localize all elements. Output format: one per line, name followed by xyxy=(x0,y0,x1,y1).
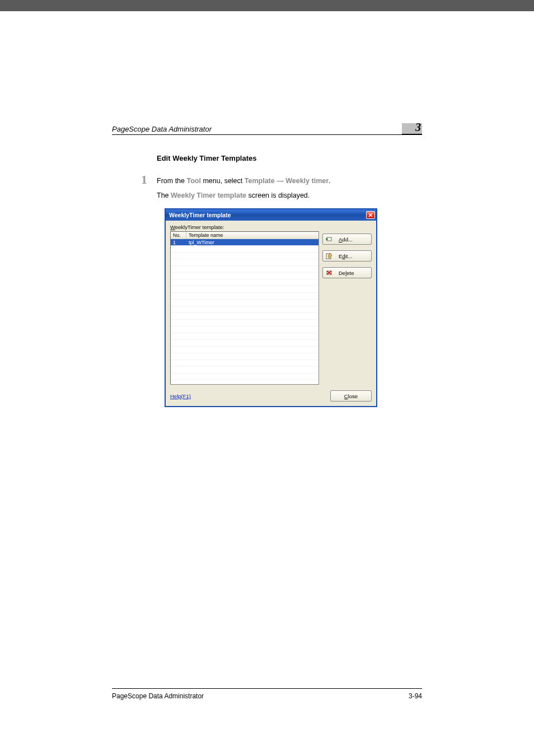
step-number: 1 xyxy=(141,174,157,186)
template-list[interactable]: No. Template name 1 tpl_WTimer xyxy=(170,231,319,385)
chapter-badge: 3 xyxy=(402,123,422,134)
step-1: 1 From the Tool menu, select Template — … xyxy=(141,174,422,186)
list-item xyxy=(171,340,318,347)
document-page: PageScope Data Administrator 3 Edit Week… xyxy=(0,11,534,756)
delete-label: Delete xyxy=(339,270,354,276)
edit-label: Edit... xyxy=(339,253,352,259)
list-item xyxy=(171,259,318,266)
header-title: PageScope Data Administrator xyxy=(112,125,402,133)
list-item xyxy=(171,320,318,326)
page-footer: PageScope Data Administrator 3-94 xyxy=(112,688,422,700)
content-row: No. Template name 1 tpl_WTimer xyxy=(170,231,372,385)
footer-title: PageScope Data Administrator xyxy=(112,692,204,700)
column-name[interactable]: Template name xyxy=(186,232,318,239)
list-item xyxy=(171,360,318,367)
dialog-title: WeeklyTimer template xyxy=(169,212,366,218)
list-item xyxy=(171,253,318,259)
list-item xyxy=(171,300,318,306)
list-item xyxy=(171,293,318,300)
list-item xyxy=(171,279,318,286)
add-icon xyxy=(325,235,333,243)
delete-icon xyxy=(325,269,333,277)
add-button[interactable]: Add... xyxy=(322,234,372,245)
close-label: Close xyxy=(344,393,358,399)
list-item[interactable]: 1 tpl_WTimer xyxy=(171,239,318,246)
column-no[interactable]: No. xyxy=(171,232,186,239)
close-button[interactable]: Close xyxy=(330,390,372,402)
list-item xyxy=(171,374,318,380)
list-item xyxy=(171,266,318,273)
close-icon[interactable] xyxy=(366,211,375,219)
page-header: PageScope Data Administrator 3 xyxy=(112,123,422,135)
list-item xyxy=(171,333,318,340)
list-item xyxy=(171,273,318,279)
edit-button[interactable]: Edit... xyxy=(322,250,372,262)
help-link[interactable]: Help(F1) xyxy=(170,393,191,399)
titlebar[interactable]: WeeklyTimer template xyxy=(166,209,376,221)
dialog-body: WeeklyTimer template: No. Template name … xyxy=(166,221,376,406)
footer-page: 3-94 xyxy=(409,692,422,700)
step-subtext: The Weekly Timer template screen is disp… xyxy=(157,190,422,200)
step-text: From the Tool menu, select Template — We… xyxy=(157,174,422,186)
delete-button[interactable]: Delete xyxy=(322,267,372,278)
button-column: Add... Edit... Delete xyxy=(322,231,372,278)
list-item xyxy=(171,246,318,253)
list-item xyxy=(171,353,318,360)
list-item xyxy=(171,326,318,333)
list-item xyxy=(171,286,318,293)
list-header: No. Template name xyxy=(171,232,318,239)
edit-icon xyxy=(325,252,333,260)
list-label: WeeklyTimer template: xyxy=(170,224,372,230)
weekly-timer-dialog: WeeklyTimer template WeeklyTimer templat… xyxy=(165,208,377,407)
list-item xyxy=(171,313,318,320)
dialog-footer: Help(F1) Close xyxy=(170,390,372,402)
list-item xyxy=(171,306,318,313)
section-heading: Edit Weekly Timer Templates xyxy=(157,154,422,162)
list-rows: 1 tpl_WTimer xyxy=(171,239,318,380)
list-item xyxy=(171,367,318,374)
list-item xyxy=(171,347,318,353)
add-label: Add... xyxy=(339,236,353,242)
